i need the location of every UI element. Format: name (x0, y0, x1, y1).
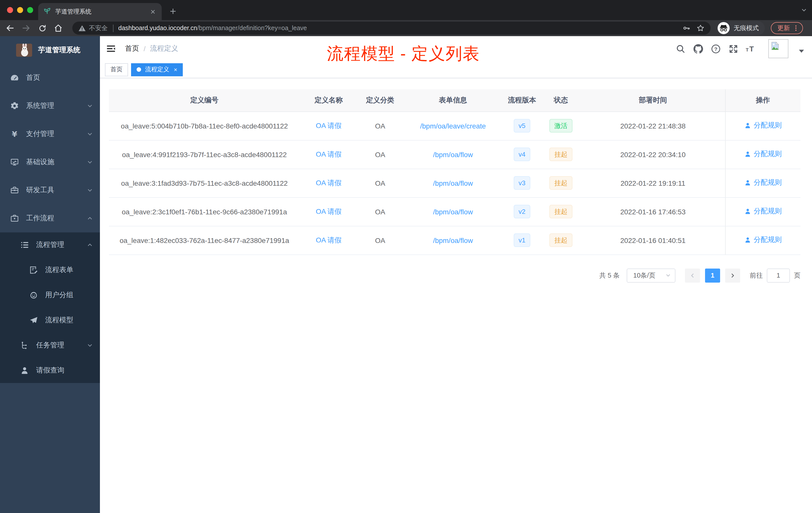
back-button[interactable] (4, 22, 16, 34)
definition-name-link[interactable]: OA 请假 (316, 121, 342, 129)
tab-search-chevron-icon[interactable] (801, 6, 807, 15)
home-button[interactable] (52, 22, 64, 34)
form-link[interactable]: /bpm/oa/flow (433, 236, 473, 244)
assign-rule-link[interactable]: 分配规则 (744, 178, 782, 187)
avatar[interactable] (768, 39, 788, 58)
definition-name-cell: OA 请假 (300, 140, 357, 169)
goto-label: 前往 (750, 271, 763, 280)
maximize-window-button[interactable] (27, 7, 33, 13)
bookmark-star-icon[interactable] (696, 24, 704, 32)
status-badge: 挂起 (549, 176, 573, 190)
font-size-icon[interactable]: TT (746, 44, 756, 54)
update-button[interactable]: 更新 (771, 22, 803, 34)
sidebar-item-workflow[interactable]: 工作流程 (0, 204, 100, 233)
next-page-button[interactable] (725, 268, 740, 282)
svg-text:T: T (750, 45, 754, 53)
security-label[interactable]: 不安全 (89, 24, 108, 32)
form-link[interactable]: /bpm/oa/flow (433, 150, 473, 158)
tag-流程定义[interactable]: 流程定义× (131, 63, 183, 76)
version-cell: v2 (503, 197, 541, 226)
tag-label: 首页 (111, 65, 122, 74)
sidebar-item-process-model[interactable]: 流程模型 (0, 308, 100, 333)
robot-icon (29, 291, 38, 300)
version-badge: v5 (514, 119, 530, 132)
sidebar-item-infrastructure[interactable]: 基础设施 (0, 148, 100, 176)
prev-page-button[interactable] (685, 268, 700, 282)
address-bar[interactable]: 不安全 dashboard.yudao.iocoder.cn /bpm/mana… (72, 22, 710, 35)
update-label: 更新 (777, 24, 790, 32)
sidebar-item-process-form[interactable]: 流程表单 (0, 258, 100, 282)
definition-name-link[interactable]: OA 请假 (316, 207, 342, 215)
list-icon (20, 240, 29, 249)
reload-button[interactable] (36, 22, 48, 34)
forward-button[interactable] (20, 22, 32, 34)
assign-rule-link[interactable]: 分配规则 (744, 121, 782, 130)
sidebar-item-dev-tools[interactable]: 研发工具 (0, 176, 100, 204)
sidebar-item-payment-management[interactable]: ¥支付管理 (0, 120, 100, 148)
chevron-down-icon (87, 342, 93, 349)
sidebar-item-label: 首页 (26, 73, 93, 82)
status-badge: 激活 (549, 119, 573, 132)
form-cell: /bpm/oa/flow (403, 169, 503, 197)
minimize-window-button[interactable] (17, 7, 23, 13)
sidebar-item-label: 流程管理 (36, 240, 87, 249)
hamburger-icon[interactable] (106, 43, 117, 54)
assign-rule-link[interactable]: 分配规则 (744, 235, 782, 244)
goto-page-input[interactable] (767, 268, 790, 282)
tab-title: 芋道管理系统 (55, 7, 149, 16)
table-header-row: 定义编号定义名称定义分类表单信息流程版本状态部署时间操作 (109, 89, 801, 112)
fullscreen-icon[interactable] (728, 44, 738, 54)
definition-name-link[interactable]: OA 请假 (316, 236, 342, 244)
close-window-button[interactable] (7, 7, 13, 13)
column-header: 表单信息 (403, 89, 503, 112)
tag-首页[interactable]: 首页 (105, 63, 128, 76)
page-number-button[interactable]: 1 (705, 268, 720, 282)
url-separator (113, 24, 113, 32)
browser-tab[interactable]: 芋道管理系统 (38, 3, 162, 20)
deploy-time-cell: 2022-01-22 20:34:10 (581, 140, 725, 169)
sidebar-item-process-management[interactable]: 流程管理 (0, 233, 100, 258)
sidebar-item-leave-query[interactable]: 请假查询 (0, 358, 100, 383)
sidebar-item-label: 工作流程 (26, 214, 87, 223)
form-icon (29, 266, 38, 275)
form-link[interactable]: /bpm/oa/leave/create (420, 122, 486, 130)
github-icon[interactable] (693, 44, 703, 54)
definition-name-link[interactable]: OA 请假 (316, 178, 342, 186)
monitor-icon (10, 158, 19, 167)
status-badge: 挂起 (549, 205, 573, 218)
assign-rule-link[interactable]: 分配规则 (744, 207, 782, 216)
sidebar-item-label: 请假查询 (36, 366, 93, 375)
search-icon[interactable] (675, 44, 686, 54)
version-badge: v4 (514, 148, 530, 161)
sidebar-item-user-group[interactable]: 用户分组 (0, 282, 100, 308)
definition-name-cell: OA 请假 (300, 112, 357, 140)
definition-name-link[interactable]: OA 请假 (316, 150, 342, 158)
table-row: oa_leave:5:004b710b-7b8a-11ec-8ef0-acde4… (109, 112, 801, 140)
avatar-dropdown-caret-icon[interactable] (799, 50, 804, 55)
sidebar-item-label: 用户分组 (45, 291, 93, 300)
url-host: dashboard.yudao.iocoder.cn (118, 25, 197, 32)
breadcrumb-home[interactable]: 首页 (125, 44, 139, 53)
tab-close-icon[interactable] (149, 7, 157, 16)
page-size-select[interactable]: 10条/页 (627, 268, 675, 282)
dashboard-icon (10, 73, 19, 82)
operation-cell: 分配规则 (725, 197, 801, 226)
tag-close-icon[interactable]: × (174, 66, 177, 73)
key-icon[interactable] (683, 24, 691, 32)
sidebar-item-system-management[interactable]: 系统管理 (0, 92, 100, 120)
form-link[interactable]: /bpm/oa/flow (433, 208, 473, 216)
sidebar-item-task-management[interactable]: 任务管理 (0, 333, 100, 358)
column-header: 部署时间 (581, 89, 725, 112)
new-tab-button[interactable] (166, 4, 180, 18)
version-cell: v5 (503, 112, 541, 140)
sidebar-item-home[interactable]: 首页 (0, 64, 100, 92)
definition-table: 定义编号定义名称定义分类表单信息流程版本状态部署时间操作 oa_leave:5:… (109, 89, 801, 255)
category-cell: OA (357, 140, 403, 169)
assign-rule-link[interactable]: 分配规则 (744, 150, 782, 159)
sidebar-item-label: 任务管理 (36, 341, 87, 350)
deploy-time-cell: 2022-01-22 19:19:11 (581, 169, 725, 197)
sidebar-logo[interactable]: 芋道管理系统 (0, 36, 100, 64)
form-link[interactable]: /bpm/oa/flow (433, 179, 473, 187)
more-menu-icon[interactable] (792, 25, 800, 32)
help-icon[interactable]: ? (710, 44, 721, 54)
